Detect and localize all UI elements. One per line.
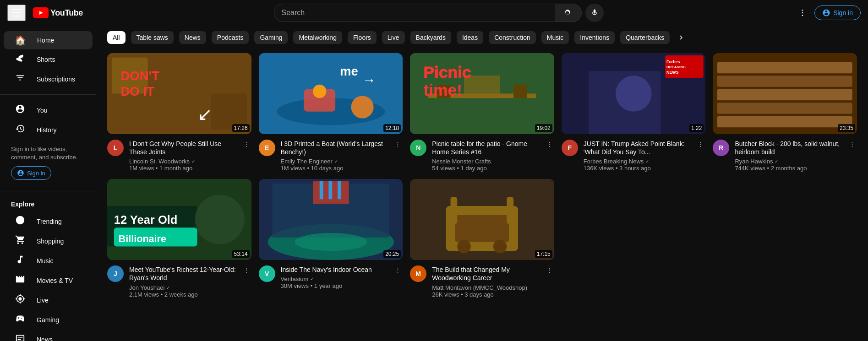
video-info-8: M The Build that Changed My Woodworking …	[410, 265, 554, 298]
filter-news[interactable]: News	[179, 31, 206, 44]
movies-icon	[15, 274, 26, 287]
sidebar-item-history[interactable]: History	[4, 120, 93, 140]
video-stats-2: 1M views • 10 days ago	[281, 165, 388, 172]
svg-rect-36	[717, 103, 852, 114]
video-grid-row-1: DON'T DO IT ↙ 17:26 L I Don't Get Why Pe…	[107, 53, 857, 172]
video-card-8[interactable]: 17:15 M The Build that Changed My Woodwo…	[410, 179, 554, 298]
filter-table-saws[interactable]: Table saws	[131, 31, 174, 44]
sidebar-item-shorts[interactable]: Shorts	[4, 49, 93, 69]
thumb-svg-2: me →	[259, 53, 403, 134]
filter-all[interactable]: All	[107, 31, 126, 44]
menu-button[interactable]	[7, 5, 26, 21]
avatar-2: E	[259, 140, 275, 156]
sign-in-button[interactable]: Sign in	[814, 5, 861, 20]
video-card-5[interactable]: 23:35 R Butcher Block - 200 lbs, solid w…	[713, 53, 857, 172]
avatar-7: V	[259, 265, 275, 282]
logo[interactable]: YouTube	[33, 7, 83, 18]
video-card-6[interactable]: 12 Year Old Billionaire 53:14 J Meet You…	[107, 179, 251, 298]
video-card-2[interactable]: me → 12:18 E I 3D Printed a Boat (World'…	[259, 53, 403, 172]
filter-gaming[interactable]: Gaming	[254, 31, 288, 44]
video-stats-5: 744K views • 2 months ago	[735, 165, 842, 172]
music-icon	[15, 254, 26, 267]
filter-backyards[interactable]: Backyards	[410, 31, 451, 44]
filter-ideas[interactable]: Ideas	[457, 31, 483, 44]
sidebar-nav-main: 🏠 Home Shorts Subscriptions	[0, 31, 96, 89]
video-card-3[interactable]: Picnic time! 19:02 N Picnic table for th…	[410, 53, 554, 172]
channel-name-1: Lincoln St. Woodworks ✓	[129, 158, 236, 165]
video-card-4[interactable]: Forbes BREAKING NEWS 1:22 F JUST IN: Tru…	[562, 53, 706, 172]
sidebar-item-shopping[interactable]: Shopping	[4, 231, 93, 251]
mic-button[interactable]	[585, 4, 604, 22]
filter-construction[interactable]: Construction	[489, 31, 536, 44]
svg-text:Picnic: Picnic	[424, 63, 471, 81]
svg-text:Billionaire: Billionaire	[119, 233, 166, 244]
filter-podcasts[interactable]: Podcasts	[212, 31, 249, 44]
chevron-right-icon	[677, 33, 685, 42]
filter-floors[interactable]: Floors	[348, 31, 377, 44]
svg-rect-50	[338, 181, 341, 199]
sidebar-home-label: Home	[37, 37, 54, 44]
more-btn-8[interactable]: ⋮	[545, 265, 554, 275]
video-info-6: J Meet YouTube's Richest 12-Year-Old: Ry…	[107, 265, 251, 298]
meta-2: I 3D Printed a Boat (World's Largest Ben…	[281, 140, 388, 172]
video-title-7: Inside The Navy's Indoor Ocean	[281, 265, 388, 274]
sidebar-item-live[interactable]: Live	[4, 290, 93, 309]
more-vert-icon	[798, 8, 807, 17]
sign-in-label: Sign in	[833, 9, 853, 16]
sidebar-item-trending[interactable]: Trending	[4, 211, 93, 231]
more-options-button[interactable]	[794, 5, 811, 21]
more-btn-1[interactable]: ⋮	[242, 139, 251, 149]
verified-icon-4: ✓	[645, 159, 649, 164]
more-btn-7[interactable]: ⋮	[393, 265, 403, 275]
sidebar-shorts-label: Shorts	[37, 56, 55, 63]
filter-quarterbacks[interactable]: Quarterbacks	[620, 31, 670, 44]
logo-text: YouTube	[50, 8, 83, 18]
sidebar-subscriptions-label: Subscriptions	[37, 76, 75, 83]
svg-point-31	[616, 76, 652, 112]
more-btn-5[interactable]: ⋮	[847, 139, 857, 149]
sidebar-item-movies[interactable]: Movies & TV	[4, 271, 93, 290]
more-btn-6[interactable]: ⋮	[242, 265, 251, 275]
main-content: All Table saws News Podcasts Gaming Meta…	[96, 26, 868, 309]
sidebar-item-music[interactable]: Music	[4, 251, 93, 271]
more-btn-4[interactable]: ⋮	[696, 139, 705, 149]
thumb-svg-5	[713, 53, 857, 134]
more-btn-2[interactable]: ⋮	[393, 139, 403, 149]
filter-metalworking[interactable]: Metalworking	[293, 31, 342, 44]
video-stats-6: 2.1M views • 2 weeks ago	[129, 291, 236, 298]
video-title-3: Picnic table for the patio - Gnome Home …	[432, 140, 539, 156]
sidebar-item-subscriptions[interactable]: Subscriptions	[4, 69, 93, 89]
filter-inventions[interactable]: Inventions	[574, 31, 615, 44]
sidebar-item-home[interactable]: 🏠 Home	[4, 31, 93, 49]
search-input[interactable]	[274, 4, 555, 22]
header-right: Sign in	[794, 5, 861, 21]
video-card-7[interactable]: 20:25 V Inside The Navy's Indoor Ocean V…	[259, 179, 403, 298]
filter-music[interactable]: Music	[541, 31, 569, 44]
filter-live[interactable]: Live	[382, 31, 405, 44]
thumb-svg-4: Forbes BREAKING NEWS	[562, 53, 706, 134]
video-card-1[interactable]: DON'T DO IT ↙ 17:26 L I Don't Get Why Pe…	[107, 53, 251, 172]
video-thumb-3: Picnic time! 19:02	[410, 53, 554, 134]
filter-scroll-right[interactable]	[675, 32, 687, 43]
sign-in-section: Sign in to like videos, comment, and sub…	[0, 140, 96, 185]
sidebar-divider-1	[0, 94, 96, 95]
more-btn-3[interactable]: ⋮	[545, 139, 554, 149]
sidebar-sign-in-button[interactable]: Sign in	[11, 166, 51, 180]
video-thumb-2: me → 12:18	[259, 53, 403, 134]
video-title-4: JUST IN: Trump Asked Point Blank: 'What …	[584, 140, 691, 156]
svg-point-43	[195, 195, 245, 244]
video-info-1: L I Don't Get Why People Still Use These…	[107, 140, 251, 172]
video-stats-7: 30M views • 1 year ago	[281, 282, 388, 289]
channel-name-3: Nessie Monster Crafts	[432, 158, 539, 165]
duration-badge-6: 53:14	[232, 250, 250, 258]
svg-point-4	[802, 15, 803, 16]
meta-4: JUST IN: Trump Asked Point Blank: 'What …	[584, 140, 691, 172]
channel-name-4: Forbes Breaking News ✓	[584, 158, 691, 165]
sidebar-movies-label: Movies & TV	[37, 277, 73, 284]
sidebar-item-you[interactable]: You	[4, 100, 93, 120]
svg-text:DON'T: DON'T	[120, 69, 159, 83]
search-button[interactable]	[555, 4, 582, 22]
history-icon	[15, 124, 26, 136]
svg-point-56	[493, 240, 507, 253]
svg-rect-54	[455, 215, 509, 242]
